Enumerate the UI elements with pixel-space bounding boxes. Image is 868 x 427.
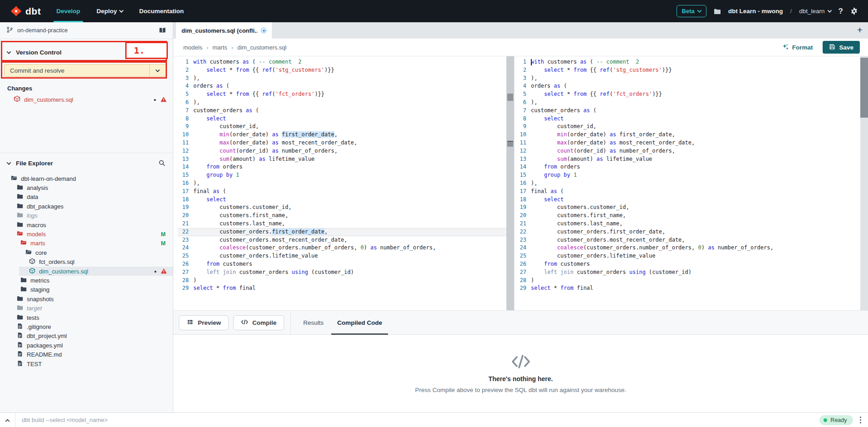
editor-pane-right[interactable]: 1with customers as ( -- comment 22 selec… <box>514 56 868 310</box>
tree-item-logs[interactable]: logs <box>0 211 173 220</box>
code-line-18: 18 select <box>178 196 514 204</box>
tree-item-label: snapshots <box>27 296 54 303</box>
scrollbar-thumb[interactable] <box>507 141 513 147</box>
breadcrumb-models[interactable]: models <box>183 44 202 51</box>
format-button[interactable]: Format <box>782 43 813 52</box>
tree-item-metrics[interactable]: metrics <box>0 276 173 285</box>
folder-icon <box>17 314 23 322</box>
tree-item-target[interactable]: target <box>0 303 173 313</box>
project-name[interactable]: dbt Learn - mwong <box>728 8 783 15</box>
code-line-23: 23 customer_orders.most_recent_order_dat… <box>515 236 868 244</box>
help-icon[interactable]: ? <box>839 7 843 16</box>
line-number: 11 <box>515 139 531 147</box>
line-number: 22 <box>178 228 193 236</box>
tree-item-dim_customers.sql[interactable]: dim_customers.sql• <box>0 267 173 276</box>
nav-left: dbt Develop Deploy Documentation <box>0 0 184 22</box>
line-number: 11 <box>178 139 193 147</box>
command-input[interactable] <box>15 417 819 423</box>
top-nav: dbt Develop Deploy Documentation Beta db… <box>0 0 868 22</box>
tab-dim-customers-sql[interactable]: dim_customers.sql (confli... <box>176 22 272 39</box>
code-line-15: 15 group by 1 <box>178 171 514 179</box>
modified-dot-icon: • <box>154 268 157 275</box>
tree-item-data[interactable]: data <box>0 193 173 202</box>
dbt-logo[interactable]: dbt <box>0 0 56 22</box>
nav-item-develop[interactable]: Develop <box>56 0 80 22</box>
code-line-6: 6), <box>178 99 514 107</box>
tree-item-label: staging <box>30 286 49 293</box>
tree-item-.gitignore[interactable]: .gitignore <box>0 322 173 331</box>
beta-dropdown[interactable]: Beta <box>677 5 706 17</box>
line-number: 2 <box>178 66 193 74</box>
breadcrumb-separator: › <box>231 44 233 51</box>
commit-dropdown-toggle[interactable] <box>149 65 166 76</box>
code-line-9: 9 customer_id, <box>178 123 514 131</box>
tree-item-marts[interactable]: martsM <box>0 239 173 248</box>
file-icon <box>17 323 23 331</box>
kebab-menu-icon[interactable] <box>859 416 863 425</box>
content-row: on-demand-practice Version Control Commi… <box>0 22 868 412</box>
changed-file-dim_customers.sql[interactable]: dim_customers.sql• <box>0 94 173 104</box>
gear-icon[interactable] <box>850 7 858 15</box>
scrollbar-thumb[interactable] <box>507 94 513 101</box>
status-badge[interactable]: Ready <box>819 415 853 425</box>
tree-item-core[interactable]: core <box>0 248 173 257</box>
breadcrumb-file[interactable]: dim_customers.sql <box>237 44 286 51</box>
tree-item-dbt_packages[interactable]: dbt_packages <box>0 202 173 211</box>
status-bar: Ready <box>0 412 868 427</box>
nav-item-documentation[interactable]: Documentation <box>139 0 184 22</box>
tree-item-analysis[interactable]: analysis <box>0 183 173 192</box>
compile-button[interactable]: Compile <box>233 315 284 330</box>
left-pane-scrollbar[interactable] <box>506 56 514 310</box>
right-pane-scrollbar[interactable] <box>860 56 868 310</box>
tree-item-label: core <box>35 249 47 256</box>
new-tab-button[interactable]: + <box>857 25 863 35</box>
dbt-logo-icon <box>10 5 22 17</box>
scrollbar-thumb[interactable] <box>860 58 868 118</box>
line-number: 28 <box>515 277 531 285</box>
line-number: 14 <box>178 163 193 171</box>
search-icon[interactable] <box>158 159 166 167</box>
tree-item-label: logs <box>27 212 38 219</box>
tree-item-label: TEST <box>27 361 42 367</box>
tree-item-label: macros <box>27 222 46 228</box>
tree-item-label: tests <box>27 314 39 321</box>
tree-item-fct_orders.sql[interactable]: fct_orders.sql <box>0 258 173 267</box>
tab-compiled-code[interactable]: Compiled Code <box>330 311 389 334</box>
tree-item-snapshots[interactable]: snapshots <box>0 294 173 303</box>
main-area: dim_customers.sql (confli... + models › … <box>173 22 868 412</box>
commit-and-resolve-button[interactable]: Commit and resolve <box>4 64 166 77</box>
collapse-panel-button[interactable] <box>0 418 15 422</box>
preview-button[interactable]: Preview <box>179 315 229 330</box>
line-number: 2 <box>515 66 531 74</box>
line-number: 13 <box>178 155 193 164</box>
branch-row[interactable]: on-demand-practice <box>0 22 173 39</box>
warning-icon <box>160 96 167 103</box>
tree-item-macros[interactable]: macros <box>0 220 173 229</box>
line-number: 5 <box>178 90 193 99</box>
tree-item-models[interactable]: modelsM <box>0 229 173 238</box>
docs-book-icon[interactable] <box>158 27 167 34</box>
code-line-23: 23 customer_orders.most_recent_order_dat… <box>178 236 514 244</box>
chevron-down-icon <box>7 50 11 54</box>
file-explorer-header[interactable]: File Explorer <box>0 153 173 173</box>
tree-item-tests[interactable]: tests <box>0 313 173 322</box>
tree-item-dbt-learn-on-demand[interactable]: dbt-learn-on-demand <box>0 174 173 183</box>
line-number: 16 <box>515 179 531 188</box>
tree-item-staging[interactable]: staging <box>0 285 173 294</box>
tree-item-TEST[interactable]: TEST <box>0 359 173 368</box>
code-line-20: 20 customers.first_name, <box>178 212 514 220</box>
tree-item-packages.yml[interactable]: packages.yml <box>0 341 173 350</box>
tree-item-README.md[interactable]: README.md <box>0 350 173 359</box>
commit-button-label: Commit and resolve <box>5 67 149 74</box>
file-icon <box>17 342 23 349</box>
environment-dropdown[interactable]: dbt_learn <box>799 8 831 15</box>
tab-results[interactable]: Results <box>296 311 330 334</box>
tree-item-dbt_project.yml[interactable]: dbt_project.yml <box>0 332 173 341</box>
editor-pane-left[interactable]: 1with customers as ( -- comment 22 selec… <box>173 56 514 310</box>
save-icon <box>829 44 835 51</box>
save-button[interactable]: Save <box>823 41 860 54</box>
line-number: 12 <box>515 147 531 155</box>
code-line-3: 3), <box>178 74 514 83</box>
nav-item-deploy[interactable]: Deploy <box>97 0 123 22</box>
breadcrumb-marts[interactable]: marts <box>212 44 227 51</box>
